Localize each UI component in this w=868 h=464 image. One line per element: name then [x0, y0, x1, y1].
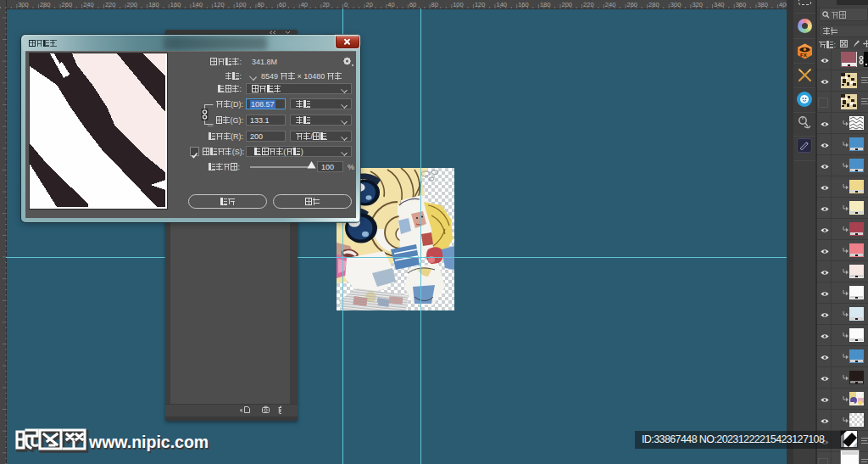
svg-text:120: 120: [214, 1, 225, 8]
svg-text:180: 180: [148, 1, 159, 8]
svg-text:380: 380: [757, 1, 768, 8]
svg-text:FX: FX: [800, 53, 807, 58]
svg-text:20: 20: [322, 1, 329, 8]
svg-text:340: 340: [714, 1, 725, 8]
svg-text:360: 360: [736, 1, 747, 8]
svg-text:160: 160: [518, 1, 529, 8]
svg-text:100: 100: [236, 1, 247, 8]
svg-text:320: 320: [692, 1, 703, 8]
svg-text:300: 300: [18, 1, 29, 8]
svg-text:280: 280: [40, 1, 51, 8]
svg-text:www.nipic.com: www.nipic.com: [88, 433, 209, 451]
svg-text:300: 300: [670, 1, 682, 8]
svg-text:200: 200: [562, 1, 573, 8]
svg-text:180: 180: [540, 1, 551, 8]
svg-text:40: 40: [301, 1, 308, 8]
svg-text:20: 20: [366, 1, 373, 8]
svg-text:80: 80: [431, 1, 438, 8]
svg-text:200: 200: [127, 1, 138, 8]
svg-text:220: 220: [583, 1, 594, 8]
svg-text:0: 0: [344, 1, 348, 8]
svg-text:240: 240: [605, 1, 616, 8]
svg-text:280: 280: [648, 1, 659, 8]
svg-text:100: 100: [453, 1, 464, 8]
svg-text:240: 240: [83, 1, 94, 8]
svg-text:260: 260: [627, 1, 638, 8]
svg-text:160: 160: [170, 1, 181, 8]
svg-text:140: 140: [192, 1, 203, 8]
svg-text:220: 220: [105, 1, 116, 8]
svg-text:40: 40: [387, 1, 394, 8]
svg-text:60: 60: [409, 1, 416, 8]
svg-text:80: 80: [257, 1, 264, 8]
svg-text:60: 60: [279, 1, 286, 8]
svg-text:260: 260: [62, 1, 73, 8]
svg-text:120: 120: [475, 1, 486, 8]
svg-text:140: 140: [497, 1, 508, 8]
